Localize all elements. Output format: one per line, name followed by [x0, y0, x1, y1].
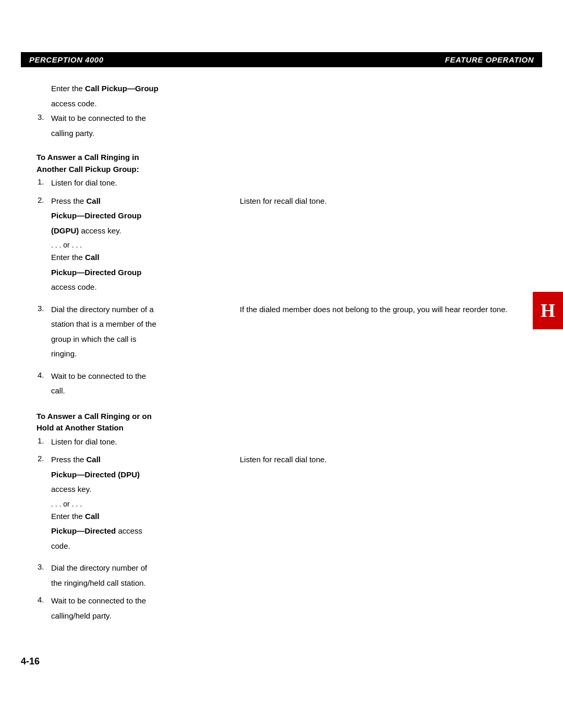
section-2-heading: To Answer a Call Ringing in Another Call…: [21, 152, 542, 175]
s3-step4-l1: Wait to be connected to the: [51, 595, 542, 607]
s3-step4-num: 4.: [36, 595, 51, 625]
s2-step2-right: Listen for recall dial tone.: [240, 195, 542, 300]
s3-step2-right: Listen for recall dial tone.: [240, 454, 542, 558]
s2-step3-l2: station that is a member of the: [51, 318, 219, 330]
s2-recall-tone: Listen for recall dial tone.: [240, 195, 542, 207]
page-number: 4-16: [21, 656, 542, 667]
s2-step-1: 1. Listen for dial tone.: [21, 177, 542, 192]
s2-step-2-row: 2. Press the Call Pickup—Directed Group …: [21, 195, 542, 300]
section-3: To Answer a Call Ringing or on Hold at A…: [21, 411, 542, 625]
s3-step3-l2: the ringing/held call station.: [51, 577, 542, 589]
section-2-heading-line1: To Answer a Call Ringing in: [36, 153, 139, 162]
s2-access-code: access code.: [51, 281, 219, 293]
header-bar: PERCEPTION 4000 FEATURE OPERATION: [21, 52, 542, 67]
step-3-line2: calling party.: [51, 128, 542, 140]
s3-recall-tone: Listen for recall dial tone.: [240, 454, 542, 466]
s3-or: . . . or . . .: [51, 499, 219, 510]
main-content: Enter the Call Pickup—Group access code.…: [21, 83, 542, 667]
h-tab-letter: H: [541, 300, 555, 322]
s2-enter-call-bold: Call: [85, 253, 100, 262]
step-3-line1: Wait to be connected to the: [51, 113, 542, 125]
section-3-heading-line2: Hold at Another Station: [36, 423, 124, 432]
s3-pickup-directed2-bold: Pickup—Directed: [51, 526, 116, 535]
s2-step3-left: 3. Dial the directory number of a statio…: [21, 304, 219, 366]
header-title-left: PERCEPTION 4000: [29, 55, 104, 64]
s3-pickup-directed-bold: Pickup—Directed (DPU): [51, 470, 140, 479]
s2-step3-l1: Dial the directory number of a: [51, 304, 219, 316]
s2-or: . . . or . . .: [51, 240, 219, 251]
s2-step4-num: 4.: [36, 371, 51, 400]
intro-access: access code.: [51, 98, 542, 110]
s2-dgpu-bold: (DGPU): [51, 226, 79, 235]
s3-step1-text: Listen for dial tone.: [51, 436, 542, 448]
s3-step3-l1: Dial the directory number of: [51, 562, 542, 574]
s3-step4-content: Wait to be connected to the calling/held…: [51, 595, 542, 625]
s3-step3-content: Dial the directory number of the ringing…: [51, 562, 542, 592]
s2-step2-content: Press the Call Pickup—Directed Group (DG…: [51, 195, 219, 297]
s2-step4-l1: Wait to be connected to the: [51, 371, 542, 382]
step-3-wait: 3. Wait to be connected to the calling p…: [21, 113, 542, 142]
s2-call-bold: Call: [87, 196, 101, 205]
s3-step2-num: 2.: [36, 454, 51, 555]
s3-step2-content: Press the Call Pickup—Directed (DPU) acc…: [51, 454, 219, 555]
step-3-num: 3.: [36, 113, 51, 142]
section-3-heading-line1: To Answer a Call Ringing or on: [36, 412, 152, 421]
s2-step3-num: 3.: [36, 304, 51, 363]
s3-step1-content: Listen for dial tone.: [51, 436, 542, 451]
s2-step3-content: Dial the directory number of a station t…: [51, 304, 219, 363]
s3-step-3: 3. Dial the directory number of the ring…: [21, 562, 542, 592]
s3-step-1: 1. Listen for dial tone.: [21, 436, 542, 451]
s2-step3-l4: ringing.: [51, 348, 219, 360]
call-pickup-group-bold: Call Pickup—Group: [85, 84, 158, 93]
s3-call-bold: Call: [87, 455, 101, 464]
s3-enter-call-bold: Call: [85, 512, 100, 521]
s2-pickup-directed2-bold: Pickup—Directed Group: [51, 268, 141, 277]
s2-step3-l3: group in which the call is: [51, 334, 219, 346]
s2-step-4: 4. Wait to be connected to the call.: [21, 371, 542, 400]
s2-step2-left: 2. Press the Call Pickup—Directed Group …: [21, 195, 219, 300]
s2-step1-num: 1.: [36, 177, 51, 192]
s3-step1-num: 1.: [36, 436, 51, 451]
s2-step4-l2: call.: [51, 385, 542, 397]
section-2-heading-line2: Another Call Pickup Group:: [36, 165, 139, 174]
s3-step-2-row: 2. Press the Call Pickup—Directed (DPU) …: [21, 454, 542, 558]
s3-step2-left: 2. Press the Call Pickup—Directed (DPU) …: [21, 454, 219, 558]
intro-line: Enter the Call Pickup—Group: [51, 83, 542, 95]
s2-step-3-row: 3. Dial the directory number of a statio…: [21, 304, 542, 366]
section-2: To Answer a Call Ringing in Another Call…: [21, 152, 542, 400]
s3-step-4: 4. Wait to be connected to the calling/h…: [21, 595, 542, 625]
s3-step4-l2: calling/held party.: [51, 610, 542, 622]
s2-step1-text: Listen for dial tone.: [51, 177, 542, 189]
s2-reorder-note: If the dialed member does not belong to …: [240, 304, 542, 316]
header-title-right: FEATURE OPERATION: [445, 55, 534, 64]
s2-step4-content: Wait to be connected to the call.: [51, 371, 542, 400]
s2-step3-right: If the dialed member does not belong to …: [240, 304, 542, 366]
s2-step2-num: 2.: [36, 195, 51, 297]
s2-step1-content: Listen for dial tone.: [51, 177, 542, 192]
s3-step3-num: 3.: [36, 562, 51, 592]
step-3-content: Wait to be connected to the calling part…: [51, 113, 542, 142]
s2-pickup-directed-bold: Pickup—Directed Group: [51, 211, 141, 220]
section-3-heading: To Answer a Call Ringing or on Hold at A…: [21, 411, 542, 434]
h-tab-marker: H: [533, 292, 563, 329]
intro-section: Enter the Call Pickup—Group access code.: [21, 83, 542, 109]
